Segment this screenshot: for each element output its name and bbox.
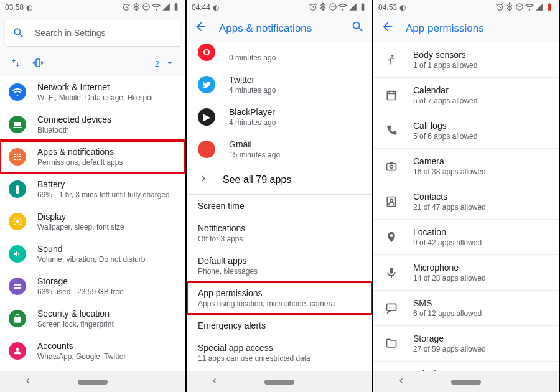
nav-bar (187, 371, 372, 392)
recent-app-row[interactable]: ▶ BlackPlayer4 minutes ago (187, 101, 372, 133)
header-title: App permissions (406, 22, 551, 35)
item-title: Apps & notifications (37, 147, 123, 157)
section-screen-time[interactable]: Screen time (187, 195, 372, 217)
item-title: Connected devices (37, 114, 111, 124)
recent-app-row[interactable]: Gmail15 minutes ago (187, 133, 372, 166)
back-button[interactable] (194, 20, 208, 37)
item-title: Display (37, 212, 124, 222)
recent-app-row[interactable]: O Opera0 minutes ago (187, 42, 372, 68)
app-time: 4 minutes ago (229, 118, 276, 127)
permission-title: Body sensors (413, 50, 477, 60)
section-title: Screen time (198, 201, 361, 211)
battery-icon (358, 2, 367, 13)
item-subtitle: WhatsApp, Google, Twitter (37, 352, 126, 361)
wifi-icon (525, 2, 534, 13)
item-subtitle: Wallpaper, sleep, font size (37, 223, 124, 231)
vibrate-icon (32, 57, 44, 70)
section-subtitle: Apps using location, microphone, camera (198, 299, 361, 308)
search-button[interactable] (351, 20, 365, 37)
section-emergency-alerts[interactable]: Emergency alerts (187, 314, 372, 337)
nav-home[interactable] (78, 380, 108, 385)
nav-back[interactable] (209, 376, 219, 388)
alarm-icon (495, 2, 504, 13)
permission-icon (385, 53, 398, 67)
dnd-icon: ◐ (26, 3, 32, 12)
clock-time: 04:53 (378, 3, 397, 12)
permission-storage[interactable]: Storage27 of 59 apps allowed (373, 326, 559, 362)
app-icon (198, 76, 215, 93)
settings-item-battery[interactable]: Battery69% - 1 hr, 3 mins left until ful… (0, 173, 185, 205)
status-icons (309, 2, 367, 13)
item-subtitle: Permissions, default apps (37, 158, 123, 167)
permission-icon (385, 230, 398, 244)
item-subtitle: Bluetooth (37, 126, 111, 134)
clock-time: 04:44 (192, 3, 210, 12)
settings-item-apps-notifications[interactable]: Apps & notificationsPermissions, default… (0, 141, 185, 173)
settings-item-storage[interactable]: Storage63% used - 23.59 GB free (0, 270, 185, 302)
permission-camera[interactable]: Camera16 of 38 apps allowed (373, 149, 559, 184)
permission-contacts[interactable]: Contacts21 of 47 apps allowed (373, 184, 559, 220)
section-app-permissions[interactable]: App permissionsApps using location, micr… (187, 282, 372, 314)
see-all-apps[interactable]: See all 79 apps (187, 166, 372, 194)
bluetooth-icon (319, 2, 327, 13)
permission-sms[interactable]: SMS6 of 12 apps allowed (373, 291, 559, 326)
search-settings[interactable]: Search in Settings (5, 20, 180, 46)
permission-body-sensors[interactable]: Body sensors1 of 1 apps allowed (373, 42, 559, 78)
settings-item-sound[interactable]: SoundVolume, vibration, Do not disturb (0, 238, 185, 270)
settings-item-security-location[interactable]: Security & locationScreen lock, fingerpr… (0, 302, 185, 335)
app-permissions-panel: 04:53 ◐ App permissions Body sensors1 of… (373, 0, 560, 392)
signal-icon (162, 2, 170, 13)
data-icon (10, 57, 21, 70)
permission-icon (385, 195, 398, 208)
suggestions-row[interactable]: 2 (0, 51, 185, 76)
category-icon (9, 310, 26, 327)
category-icon (9, 180, 26, 198)
permission-count: 6 of 12 apps allowed (413, 309, 482, 318)
app-name: Gmail (229, 139, 280, 149)
permission-call-logs[interactable]: Call logs5 of 6 apps allowed (373, 113, 559, 149)
nav-back[interactable] (396, 376, 406, 388)
settings-item-connected-devices[interactable]: Connected devicesBluetooth (0, 108, 185, 141)
section-title: Notifications (198, 223, 361, 233)
header: App permissions (373, 15, 559, 42)
recent-app-row[interactable]: Twitter4 minutes ago (187, 68, 372, 101)
permission-microphone[interactable]: Microphone14 of 28 apps allowed (373, 255, 559, 291)
nav-home[interactable] (451, 380, 481, 385)
signal-icon (535, 2, 544, 13)
settings-item-accounts[interactable]: AccountsWhatsApp, Google, Twitter (0, 335, 185, 367)
permission-title: Call logs (413, 121, 477, 131)
suggestions-count: 2 (155, 59, 159, 68)
section-default-apps[interactable]: Default appsPhone, Messages (187, 250, 372, 282)
search-icon (12, 27, 25, 39)
item-subtitle: Screen lock, fingerprint (37, 320, 114, 329)
permission-calendar[interactable]: Calendar5 of 7 apps allowed (373, 78, 559, 113)
section-title: Special app access (198, 343, 361, 353)
item-title: Accounts (37, 341, 126, 351)
item-title: Network & Internet (37, 82, 153, 92)
bluetooth-icon (505, 2, 514, 13)
category-icon (9, 245, 26, 263)
nav-home[interactable] (264, 380, 294, 385)
nav-bar (0, 371, 185, 392)
permission-count: 27 of 59 apps allowed (413, 345, 486, 353)
settings-item-network-internet[interactable]: Network & InternetWi-Fi, Mobile, Data us… (0, 76, 185, 108)
section-special-app-access[interactable]: Special app access11 apps can use unrest… (187, 337, 372, 369)
app-icon (198, 141, 215, 158)
permission-title: SMS (413, 298, 482, 308)
app-time: 0 minutes ago (229, 54, 276, 62)
permission-count: 16 of 38 apps allowed (413, 167, 486, 176)
category-icon (9, 342, 26, 360)
nav-back[interactable] (22, 376, 32, 388)
back-button[interactable] (381, 20, 394, 37)
permission-count: 9 of 42 apps allowed (413, 238, 482, 247)
permission-count: 14 of 28 apps allowed (413, 274, 486, 282)
bluetooth-icon (132, 2, 141, 13)
permission-telephone[interactable]: Telephone14 of 37 apps allowed (373, 362, 559, 371)
item-subtitle: 69% - 1 hr, 3 mins left until fully char… (37, 190, 170, 199)
permission-location[interactable]: Location9 of 42 apps allowed (373, 220, 559, 255)
permission-icon (385, 266, 398, 279)
section-title: Emergency alerts (198, 320, 361, 330)
settings-item-display[interactable]: DisplayWallpaper, sleep, font size (0, 205, 185, 238)
apps-scroll: O Opera0 minutes ago Twitter4 minutes ag… (187, 42, 372, 371)
section-notifications[interactable]: NotificationsOff for 3 apps (187, 217, 372, 250)
